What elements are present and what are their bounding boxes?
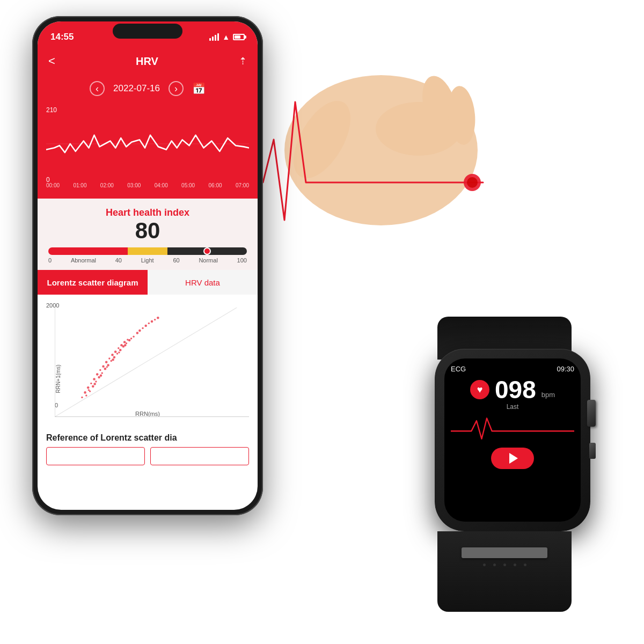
- svg-point-22: [95, 381, 97, 383]
- svg-point-46: [142, 327, 143, 329]
- bar-label-light: Light: [141, 257, 154, 264]
- svg-point-11: [105, 361, 108, 364]
- svg-point-24: [101, 372, 103, 374]
- watch-side-button[interactable]: [589, 443, 596, 459]
- svg-point-5: [87, 386, 90, 389]
- battery-icon: [233, 34, 245, 40]
- x-label-7: 07:00: [236, 182, 249, 188]
- svg-point-17: [123, 341, 126, 343]
- watch-band-buckle: [462, 547, 547, 558]
- reference-title: Reference of Lorentz scatter dia: [46, 433, 249, 443]
- app-title: HRV: [136, 55, 158, 68]
- x-label-2: 02:00: [100, 182, 114, 188]
- watch-time: 09:30: [557, 365, 574, 373]
- hrv-chart-area: 210 0 00:00 01:00 02:00 03:00 04:00 05:0…: [38, 102, 258, 199]
- share-button[interactable]: ⇡: [239, 55, 247, 67]
- watch-ecg-label: ECG: [451, 365, 466, 373]
- bar-label-40: 40: [115, 257, 122, 264]
- wifi-icon: ▲: [222, 33, 230, 41]
- watch-screen-content: ECG 09:30 ♥ 098 bpm Last: [444, 358, 581, 522]
- svg-point-27: [111, 360, 112, 362]
- health-bar-labels: 0 Abnormal 40 Light 60 Normal 100: [48, 257, 247, 264]
- bar-yellow-segment: [128, 247, 167, 255]
- health-index-title: Heart health index: [48, 207, 247, 218]
- svg-point-13: [111, 354, 114, 356]
- back-button[interactable]: <: [48, 54, 55, 68]
- phone-screen: 14:55 ▲ < HRV ⇡ ‹ 2022-07-16 › 📅: [38, 21, 258, 510]
- svg-point-7: [93, 378, 96, 380]
- watch-bpm-unit: bpm: [541, 391, 555, 399]
- svg-point-4: [84, 391, 86, 394]
- bar-label-normal: Normal: [199, 257, 217, 264]
- svg-point-12: [108, 358, 110, 360]
- current-date: 2022-07-16: [113, 83, 160, 94]
- phone-shell: 14:55 ▲ < HRV ⇡ ‹ 2022-07-16 › 📅: [32, 16, 263, 515]
- svg-point-44: [133, 336, 134, 338]
- watch-play-button[interactable]: [491, 448, 534, 469]
- svg-point-21: [92, 385, 94, 388]
- lorentz-chart-svg: [55, 308, 249, 417]
- x-label-3: 03:00: [127, 182, 141, 188]
- watch-body: ECG 09:30 ♥ 098 bpm Last: [435, 349, 590, 531]
- tab-hrv-data[interactable]: HRV data: [148, 270, 258, 295]
- signal-icon: [209, 33, 219, 41]
- status-icons: ▲: [209, 33, 245, 41]
- bar-label-60: 60: [173, 257, 179, 264]
- svg-point-33: [128, 339, 131, 342]
- tabs-row: Lorentz scatter diagram HRV data: [38, 270, 258, 295]
- x-label-1: 01:00: [73, 182, 86, 188]
- x-label-4: 04:00: [155, 182, 168, 188]
- reference-section: Reference of Lorentz scatter dia: [38, 429, 258, 470]
- svg-point-32: [126, 342, 127, 344]
- svg-point-25: [104, 368, 107, 370]
- svg-point-49: [151, 320, 153, 323]
- bar-label-abnormal: Abnormal: [71, 257, 96, 264]
- svg-point-35: [88, 389, 90, 391]
- chart-y-min-label: 0: [46, 176, 50, 184]
- phone-notch: [113, 24, 182, 39]
- health-index-section: Heart health index 80 0 Abnormal 40 Ligh…: [38, 199, 258, 270]
- watch-top-row: ECG 09:30: [451, 365, 574, 373]
- svg-point-6: [90, 383, 92, 384]
- svg-point-40: [118, 352, 120, 353]
- tab-lorentz[interactable]: Lorentz scatter diagram: [38, 270, 148, 295]
- calendar-icon[interactable]: 📅: [192, 82, 206, 95]
- watch-bpm-value: 098: [495, 377, 536, 402]
- health-index-value: 80: [48, 218, 247, 243]
- reference-boxes: [46, 447, 249, 465]
- watch-bpm-area: ♥ 098 bpm: [470, 377, 555, 402]
- chart-x-labels: 00:00 01:00 02:00 03:00 04:00 05:00 06:0…: [46, 181, 249, 191]
- play-triangle-icon: [509, 453, 518, 464]
- svg-point-34: [81, 397, 83, 398]
- svg-point-37: [100, 375, 103, 377]
- svg-point-43: [136, 332, 139, 334]
- watch-crown[interactable]: [587, 400, 596, 427]
- svg-point-41: [124, 344, 127, 347]
- svg-point-19: [85, 395, 87, 397]
- prev-date-button[interactable]: ‹: [90, 81, 105, 96]
- svg-point-15: [118, 347, 119, 349]
- date-nav-bar: ‹ 2022-07-16 › 📅: [38, 75, 258, 102]
- svg-point-38: [106, 366, 108, 368]
- ref-box-2: [150, 447, 249, 465]
- x-label-5: 05:00: [181, 182, 195, 188]
- svg-point-36: [93, 383, 96, 385]
- svg-point-10: [102, 365, 105, 368]
- svg-point-30: [119, 349, 122, 352]
- svg-point-26: [107, 364, 109, 367]
- svg-point-23: [98, 376, 100, 379]
- svg-line-3: [55, 308, 237, 417]
- status-time: 14:55: [50, 32, 74, 42]
- ref-box-1: [46, 447, 145, 465]
- svg-point-48: [148, 323, 150, 324]
- bar-label-100: 100: [237, 257, 247, 264]
- x-label-6: 06:00: [209, 182, 222, 188]
- svg-point-47: [144, 325, 147, 327]
- next-date-button[interactable]: ›: [169, 81, 184, 96]
- svg-point-9: [99, 369, 101, 371]
- bar-label-0: 0: [48, 257, 52, 264]
- svg-point-28: [113, 356, 116, 359]
- svg-point-29: [116, 353, 118, 354]
- svg-point-14: [114, 351, 117, 354]
- svg-point-39: [112, 358, 114, 361]
